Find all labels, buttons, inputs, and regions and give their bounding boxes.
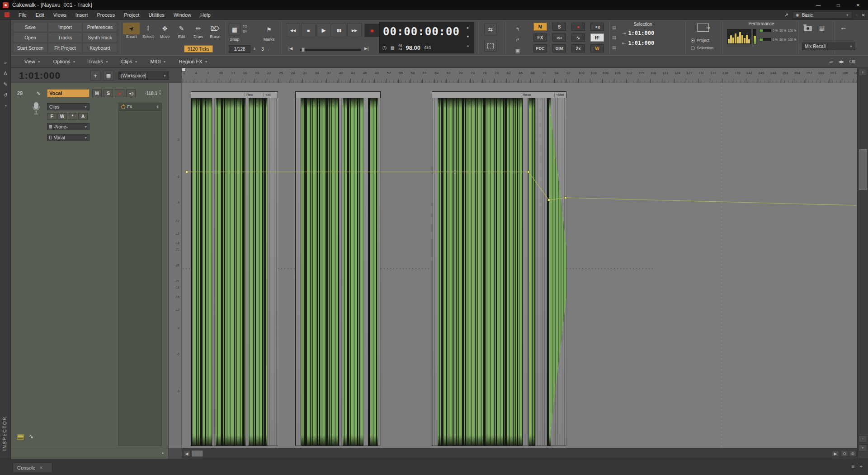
menu-file[interactable]: File: [14, 12, 31, 18]
ruler-icon[interactable]: ▤: [612, 43, 616, 52]
add-fx-icon[interactable]: +: [156, 104, 159, 109]
global-mute-button[interactable]: M: [533, 23, 547, 31]
punch-grid-button[interactable]: [484, 40, 497, 52]
gain-stepper[interactable]: ▴▾: [159, 89, 161, 96]
monitor-speaker-button[interactable]: ◄)): [590, 23, 604, 31]
input-echo-button[interactable]: ∿: [571, 33, 585, 42]
track-mute-button[interactable]: M: [92, 89, 102, 97]
tool-draw[interactable]: ✏ Draw: [190, 23, 207, 39]
pencil-icon[interactable]: ✎: [0, 81, 11, 87]
snap-ticks-display[interactable]: 9120 Ticks: [184, 45, 213, 52]
tool-edit[interactable]: ✎ Edit: [173, 23, 190, 39]
aim-assist-off-label[interactable]: Off: [849, 59, 855, 64]
audio-clip-3[interactable]: Recc <Mel: [432, 91, 566, 446]
tv-menu-clips[interactable]: Clips▼: [121, 59, 137, 64]
tab-close-icon[interactable]: ✕: [39, 466, 43, 470]
clip-header[interactable]: [296, 92, 380, 98]
menu-insert[interactable]: Insert: [71, 12, 93, 18]
patch-button[interactable]: *: [68, 113, 77, 120]
markers-icon[interactable]: ⚑: [261, 24, 277, 35]
pdc-button[interactable]: PDC: [533, 44, 547, 52]
clips-pane[interactable]: Rec <M Recc <Mel: [182, 83, 857, 448]
vertical-zoom-out-button[interactable]: −: [859, 435, 867, 442]
global-fx-button[interactable]: FX: [533, 33, 547, 42]
fx-bin[interactable]: FX +: [118, 103, 162, 446]
screenshot-camera-icon[interactable]: [804, 26, 812, 31]
fx-power-icon[interactable]: [121, 105, 125, 109]
vertical-zoom-in-button[interactable]: +: [859, 69, 867, 76]
audio-clip-2[interactable]: [295, 91, 381, 446]
tool-erase[interactable]: ⌦ Erase: [207, 23, 223, 39]
snap-grid-button[interactable]: ▦: [229, 24, 241, 35]
return-to-zero-button[interactable]: |◀: [288, 46, 292, 51]
expand-arrows-icon[interactable]: »: [0, 60, 11, 65]
track-solo-button[interactable]: S: [104, 89, 113, 97]
snap-to-by[interactable]: TOBY: [243, 24, 247, 34]
global-solo-button[interactable]: S: [552, 23, 566, 31]
write-automation-button[interactable]: W: [590, 44, 604, 52]
history-icon[interactable]: ↺: [0, 92, 11, 98]
record-button[interactable]: ●: [364, 24, 380, 37]
2x-button[interactable]: 2x: [571, 44, 585, 52]
clips-dropdown[interactable]: Clips▼: [47, 103, 90, 110]
horizontal-scroll-thumb[interactable]: [192, 451, 203, 456]
punch-marker-icon[interactable]: ▣: [510, 45, 525, 56]
envelope-mode-icon[interactable]: ▱: [830, 59, 833, 64]
tempo-display[interactable]: 98.00: [406, 44, 420, 51]
note-duration-icon[interactable]: ♪: [253, 46, 256, 51]
track-layers-icon[interactable]: [17, 434, 24, 440]
time-signature-display[interactable]: 4/4: [424, 45, 431, 50]
clock-quadrant-icon[interactable]: ◔: [0, 103, 11, 109]
keyboard-button[interactable]: Keyboard: [83, 43, 117, 53]
menu-window[interactable]: Window: [169, 12, 196, 18]
audio-clip-1[interactable]: Rec <M: [191, 91, 278, 446]
fast-forward-button[interactable]: ▶▶: [347, 24, 362, 37]
tool-move[interactable]: ✥ Move: [156, 23, 173, 39]
go-to-end-button[interactable]: ▶|: [364, 46, 368, 51]
save-button[interactable]: Save: [13, 22, 47, 32]
zoom-out-button[interactable]: ⊖: [841, 450, 848, 457]
export-icon[interactable]: ➔: [697, 24, 709, 32]
add-track-button[interactable]: +: [90, 71, 100, 81]
tv-menu-options[interactable]: Options▼: [53, 59, 76, 64]
pause-button[interactable]: ▮▮: [332, 24, 346, 37]
synth-rack-button[interactable]: Synth Rack: [83, 33, 117, 43]
tv-menu-region-fx[interactable]: Region FX▼: [179, 59, 208, 64]
scrub-arrows-icon[interactable]: ◀▶: [839, 60, 844, 64]
tv-menu-midi[interactable]: MIDI▼: [150, 59, 166, 64]
now-marker-handle[interactable]: [182, 68, 186, 71]
snap-resolution-dropdown[interactable]: 1/128: [229, 45, 250, 53]
track-gain-value[interactable]: -118.1: [138, 91, 157, 96]
pin-icon[interactable]: ▫: [856, 13, 858, 17]
selection-start-row[interactable]: ⇥ 1:01:000: [622, 30, 654, 36]
selection-end-row[interactable]: ⇤ 1:01:000: [622, 40, 654, 46]
waveform-preview-icon[interactable]: ∿: [29, 433, 33, 440]
mini-play-icon[interactable]: ▸: [463, 23, 473, 32]
menu-edit[interactable]: Edit: [31, 12, 49, 18]
grid-view-button[interactable]: ▦: [103, 71, 114, 81]
vertical-zoom-in-bottom-button[interactable]: +: [859, 444, 867, 451]
workspace-dropdown[interactable]: [Workspace]▼: [118, 71, 169, 80]
menu-project[interactable]: Project: [119, 12, 144, 18]
zoom-in-button[interactable]: ⊕: [849, 450, 856, 457]
dim-solo-button[interactable]: DIM: [552, 44, 566, 52]
track-view-now-time[interactable]: 1:01:000: [19, 70, 61, 81]
loop-button[interactable]: ⇆: [484, 24, 497, 35]
slider-thumb[interactable]: [302, 48, 305, 52]
punch-in-icon[interactable]: ↰: [510, 24, 525, 34]
menu-process[interactable]: Process: [92, 12, 119, 18]
notes-icon[interactable]: ▤: [819, 24, 825, 31]
panel-collapse-icon[interactable]: ▴: [162, 451, 164, 455]
exclusive-solo-button[interactable]: ‹s›: [552, 33, 566, 42]
track-monitor-button[interactable]: ◄)): [126, 89, 136, 97]
menu-help[interactable]: Help: [196, 12, 215, 18]
clock-icon[interactable]: ◷: [382, 45, 387, 51]
arranger-icon[interactable]: A: [0, 71, 11, 76]
import-button[interactable]: Import: [48, 22, 82, 32]
record-automation-button[interactable]: R!: [590, 33, 604, 42]
global-arm-button[interactable]: ●: [571, 23, 585, 31]
input-dropdown[interactable]: -None-▼: [47, 123, 90, 130]
horizontal-scrollbar[interactable]: ◀ ▶ ⊖ ⊕: [182, 448, 857, 459]
export-selection-radio[interactable]: Selection: [691, 46, 713, 50]
tv-menu-view[interactable]: View▼: [24, 59, 41, 64]
